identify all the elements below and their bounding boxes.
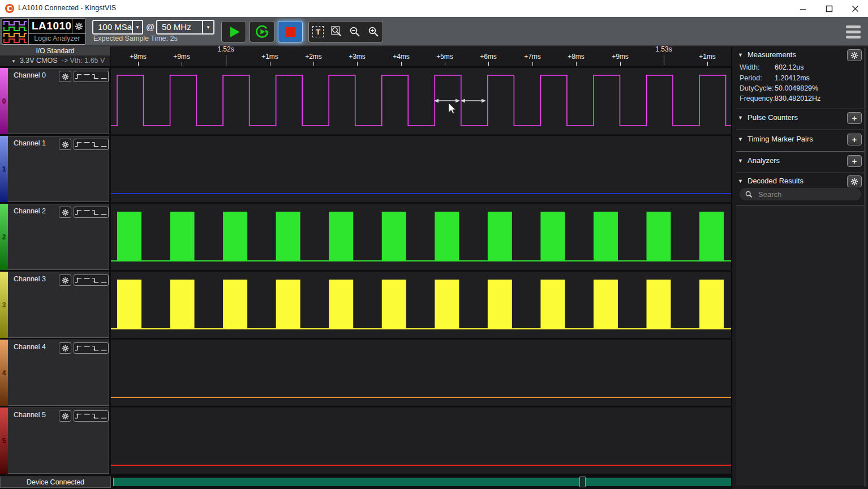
io-standard-selector[interactable]: ▼3.3V CMOS -> Vth: 1.65 V: [0, 55, 110, 66]
start-capture-button[interactable]: [221, 21, 246, 42]
channel-settings-button[interactable]: [59, 71, 71, 82]
timeline-tick-label: 1.53s: [655, 45, 672, 53]
trigger-buttons: [74, 274, 109, 286]
trigger-low-level-button[interactable]: [100, 141, 108, 148]
add-pulse-counter-button[interactable]: +: [847, 112, 862, 124]
sample-rate-value: 50 MHz: [157, 21, 202, 33]
waveform-row-0[interactable]: [111, 68, 731, 134]
text-select-tool-button[interactable]: T: [309, 22, 328, 42]
sample-count-select[interactable]: 100 MSa ▼: [92, 20, 143, 35]
section-title: Pulse Counters: [747, 113, 798, 122]
waveform-row-3[interactable]: [111, 272, 731, 338]
trigger-buttons: [74, 207, 109, 218]
play-icon: [226, 24, 242, 40]
channel-settings-button[interactable]: [59, 274, 71, 286]
search-icon: [745, 191, 753, 198]
channel-settings-button[interactable]: [59, 207, 71, 218]
trigger-rising-edge-button[interactable]: [74, 413, 83, 419]
timeline-tick: [707, 62, 708, 66]
waveform-row-2[interactable]: [111, 204, 731, 270]
channel-settings-button[interactable]: [59, 410, 71, 422]
row-separator: [111, 202, 731, 203]
section-title: Decoded Results: [747, 177, 803, 185]
waveform-row-1[interactable]: [111, 136, 731, 202]
waveform-row-4[interactable]: [111, 340, 731, 406]
maximize-button[interactable]: [816, 0, 842, 17]
collapse-triangle-icon: ▼: [738, 115, 743, 121]
channel-number: 1: [0, 165, 8, 173]
decoded-results-header[interactable]: ▼ Decoded Results: [732, 175, 868, 188]
row-separator: [111, 338, 731, 339]
navigation-slider-handle[interactable]: [579, 477, 586, 487]
waveform-row-5[interactable]: [111, 408, 731, 474]
trigger-low-level-button[interactable]: [100, 73, 108, 80]
zoom-out-button[interactable]: [346, 22, 364, 42]
trigger-buttons: [74, 71, 109, 82]
capture-navigation-bar[interactable]: [113, 478, 731, 486]
row-separator: [111, 474, 731, 475]
trigger-falling-edge-button[interactable]: [91, 413, 100, 419]
decoded-results-search[interactable]: [740, 188, 861, 200]
loop-capture-button[interactable]: [250, 21, 274, 42]
trigger-falling-edge-button[interactable]: [91, 277, 100, 284]
timeline-tick: [620, 62, 621, 66]
sample-rate-select[interactable]: 50 MHz ▼: [156, 20, 214, 35]
trigger-low-level-button[interactable]: [100, 345, 108, 351]
channel-color-strip: 3: [0, 272, 8, 338]
channel-settings-button[interactable]: [59, 139, 71, 150]
timeline-tick: [532, 62, 533, 66]
trigger-falling-edge-button[interactable]: [91, 73, 100, 80]
menu-button[interactable]: [846, 23, 863, 40]
panel-scrollbar[interactable]: [864, 48, 866, 487]
trigger-low-level-button[interactable]: [100, 277, 108, 284]
channel-label: Channel 0: [14, 71, 46, 79]
trigger-buttons: [74, 342, 109, 354]
trigger-low-level-button[interactable]: [100, 413, 108, 419]
panel-separator: [736, 151, 865, 152]
close-button[interactable]: [842, 0, 868, 17]
analyzers-header[interactable]: ▼ Analyzers +: [732, 155, 868, 168]
dropdown-arrow-icon[interactable]: ▼: [132, 21, 142, 33]
trigger-rising-edge-button[interactable]: [74, 141, 83, 148]
timeline-tick-label: +7ms: [524, 53, 541, 61]
trigger-rising-edge-button[interactable]: [74, 73, 83, 80]
trigger-rising-edge-button[interactable]: [74, 277, 83, 284]
trigger-rising-edge-button[interactable]: [74, 345, 83, 351]
trigger-high-level-button[interactable]: [83, 277, 91, 284]
device-settings-icon[interactable]: [72, 19, 85, 33]
trigger-falling-edge-button[interactable]: [91, 141, 100, 148]
plus-icon: +: [852, 135, 857, 144]
measurements-header[interactable]: ▼ Measurements: [732, 49, 868, 62]
dropdown-arrow-icon[interactable]: ▼: [202, 21, 213, 33]
decoded-results-settings-button[interactable]: [847, 175, 862, 187]
trigger-high-level-button[interactable]: [83, 345, 91, 351]
channel-number: 4: [0, 369, 8, 377]
timing-marker-pairs-header[interactable]: ▼ Timing Marker Pairs +: [732, 133, 868, 147]
measurements-settings-button[interactable]: [847, 49, 862, 61]
timeline-tick: [445, 62, 445, 66]
row-separator: [111, 406, 731, 407]
search-input[interactable]: [757, 190, 861, 199]
trigger-low-level-button[interactable]: [100, 209, 108, 216]
trigger-high-level-button[interactable]: [83, 413, 91, 419]
trigger-falling-edge-button[interactable]: [91, 345, 100, 351]
add-analyzer-button[interactable]: +: [847, 155, 862, 167]
zoom-in-button[interactable]: [364, 22, 383, 42]
trigger-high-level-button[interactable]: [83, 209, 91, 216]
measurements-list: Width:602.12us Period:1.20412ms DutyCycl…: [732, 62, 868, 104]
pulse-counters-header[interactable]: ▼ Pulse Counters +: [732, 111, 868, 125]
timeline-tick-label: +5ms: [436, 53, 453, 61]
trigger-high-level-button[interactable]: [83, 141, 91, 148]
trigger-rising-edge-button[interactable]: [74, 209, 83, 216]
minimize-button[interactable]: [790, 0, 816, 17]
channel-label: Channel 1: [14, 139, 46, 147]
timeline-tick-label: +6ms: [480, 53, 497, 61]
trigger-high-level-button[interactable]: [83, 73, 91, 80]
add-timing-marker-button[interactable]: +: [847, 134, 862, 145]
channel-settings-button[interactable]: [59, 342, 71, 354]
trigger-falling-edge-button[interactable]: [91, 209, 100, 216]
zoom-region-tool-button[interactable]: [328, 22, 346, 42]
device-name: LA1010: [29, 20, 72, 32]
channel-label: Channel 2: [14, 207, 46, 215]
stop-capture-button[interactable]: [278, 21, 303, 42]
